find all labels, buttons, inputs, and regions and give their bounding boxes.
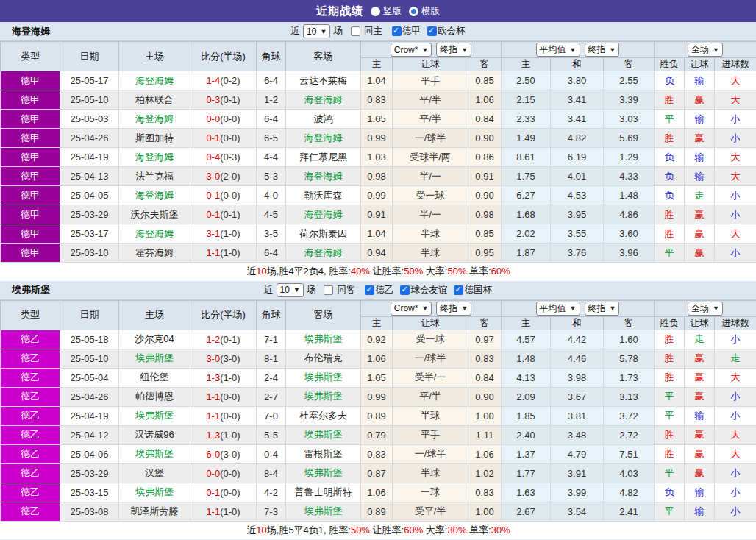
match-row: 德甲25-05-03海登海姆0-0(0-0)6-4波鸿1.05平/半0.842.… xyxy=(1,110,756,129)
away-team-link[interactable]: 海登海姆 xyxy=(286,244,361,263)
score-cell: 1-4(0-2) xyxy=(190,71,257,90)
away-team-link[interactable]: 荷尔斯泰因 xyxy=(286,224,361,244)
average-time-select[interactable]: 终指▼ xyxy=(585,302,620,316)
home-team-link[interactable]: 海登海姆 xyxy=(119,186,190,205)
odds-away: 0.90 xyxy=(468,186,502,205)
away-team-link[interactable]: 杜塞尔多夫 xyxy=(286,406,361,425)
away-team-link[interactable]: 勒沃库森 xyxy=(286,186,361,205)
halftime-score: (2-0) xyxy=(220,171,240,182)
match-count-select[interactable]: 10 ▼ xyxy=(303,24,330,38)
match-row: 德甲25-05-10柏林联合0-3(0-1)1-2海登海姆0.83平/半1.06… xyxy=(1,90,756,110)
avg-draw: 6.19 xyxy=(551,148,604,167)
home-team-link[interactable]: 埃弗斯堡 xyxy=(119,444,190,463)
home-team-link[interactable]: 纽伦堡 xyxy=(119,368,190,387)
away-team-link[interactable]: 拜仁慕尼黑 xyxy=(286,148,361,167)
home-team-link[interactable]: 汉堡 xyxy=(119,463,190,483)
odds-time-select[interactable]: 终指▼ xyxy=(436,43,471,57)
home-team-link[interactable]: 埃弗斯堡 xyxy=(119,406,190,425)
bookmaker-select[interactable]: Crow*▼ xyxy=(391,302,432,316)
score-cell: 1-2(0-1) xyxy=(190,330,257,349)
result-goals: 大 xyxy=(715,444,756,463)
league-checkbox-label: 欧会杯 xyxy=(438,25,466,38)
away-team-link[interactable]: 埃弗斯堡 xyxy=(286,387,361,406)
league-checkbox[interactable] xyxy=(454,285,463,295)
same-venue-checkbox[interactable] xyxy=(351,26,360,36)
avg-draw: 3.67 xyxy=(551,387,604,406)
fulltime-select[interactable]: 全场▼ xyxy=(688,302,723,316)
chevron-down-icon: ▼ xyxy=(570,46,577,54)
fulltime-select[interactable]: 全场▼ xyxy=(688,43,723,57)
home-team-link[interactable]: 汉诺威96 xyxy=(119,425,190,444)
fulltime-score: 0-0 xyxy=(206,468,220,479)
summary-segment: 场,胜4平2负4, 胜率: xyxy=(267,266,351,277)
summary-segment: 让胜率: xyxy=(370,266,404,277)
match-count-select[interactable]: 10 ▼ xyxy=(277,283,304,297)
halftime-score: (1-0) xyxy=(220,247,240,258)
home-team-link[interactable]: 海登海姆 xyxy=(119,224,190,244)
bookmaker-select[interactable]: Crow*▼ xyxy=(391,43,432,57)
away-team-link[interactable]: 普鲁士明斯特 xyxy=(286,483,361,502)
away-team-link[interactable]: 埃弗斯堡 xyxy=(286,330,361,349)
away-team-link[interactable]: 雷根斯堡 xyxy=(286,444,361,463)
score-cell: 3-1(1-0) xyxy=(190,224,257,244)
league-checkbox[interactable] xyxy=(392,26,402,36)
away-team-link[interactable]: 云达不莱梅 xyxy=(286,71,361,90)
radio-horizontal-option[interactable]: 横版 xyxy=(409,5,440,18)
summary-segment: 30% xyxy=(447,525,466,536)
summary-segment: 50% xyxy=(351,525,370,536)
league-badge: 德乙 xyxy=(1,368,60,387)
away-team-link[interactable]: 海登海姆 xyxy=(286,129,361,148)
sub-col-handicap-result: 让球 xyxy=(685,58,715,71)
average-select[interactable]: 平均值▼ xyxy=(536,302,580,316)
average-select[interactable]: 平均值▼ xyxy=(536,43,580,57)
away-team-link[interactable]: 波鸿 xyxy=(286,110,361,129)
home-team-link[interactable]: 海登海姆 xyxy=(119,148,190,167)
match-row: 德乙25-04-12汉诺威961-3(1-0)5-5埃弗斯堡0.79平手1.11… xyxy=(1,425,756,444)
league-checkbox[interactable] xyxy=(400,285,410,295)
odds-home: 0.99 xyxy=(361,387,393,406)
home-team-link[interactable]: 沃尔夫斯堡 xyxy=(119,205,190,224)
away-team-link[interactable]: 布伦瑞克 xyxy=(286,349,361,368)
away-team-link[interactable]: 埃弗斯堡 xyxy=(286,502,361,521)
corner-score: 8-4 xyxy=(257,463,286,483)
league-checkbox-label: 球会友谊 xyxy=(410,284,447,296)
away-team-link[interactable]: 埃弗斯堡 xyxy=(286,425,361,444)
avg-home: 2.09 xyxy=(502,387,551,406)
home-team-link[interactable]: 埃弗斯堡 xyxy=(119,483,190,502)
home-team-link[interactable]: 柏林联合 xyxy=(119,90,190,110)
away-team-link[interactable]: 海登海姆 xyxy=(286,90,361,110)
result-handicap: 赢 xyxy=(685,129,715,148)
home-team-link[interactable]: 凯泽斯劳滕 xyxy=(119,502,190,521)
section-header-heidenheim: 海登海姆 近 10 ▼ 场 同主 德甲欧会杯 xyxy=(0,22,756,41)
home-team-link[interactable]: 帕德博恩 xyxy=(119,387,190,406)
match-row: 德乙25-04-06埃弗斯堡6-0(3-0)0-4雷根斯堡0.83一/球半1.0… xyxy=(1,444,756,463)
league-checkbox[interactable] xyxy=(365,285,374,295)
radio-vertical-option[interactable]: 竖版 xyxy=(371,5,402,18)
same-venue-checkbox[interactable] xyxy=(324,285,333,295)
radio-vertical-icon[interactable] xyxy=(371,7,380,16)
avg-draw: 3.41 xyxy=(551,110,604,129)
away-team-link[interactable]: 海登海姆 xyxy=(286,167,361,186)
away-team-link[interactable]: 埃弗斯堡 xyxy=(286,463,361,483)
home-team-link[interactable]: 法兰克福 xyxy=(119,167,190,186)
avg-away: 3.03 xyxy=(604,110,655,129)
away-team-link[interactable]: 埃弗斯堡 xyxy=(286,368,361,387)
result-handicap: 赢 xyxy=(685,444,715,463)
radio-horizontal-icon[interactable] xyxy=(409,7,418,16)
home-team-link[interactable]: 海登海姆 xyxy=(119,110,190,129)
home-team-link[interactable]: 沙尔克04 xyxy=(119,330,190,349)
corner-score: 6-4 xyxy=(257,110,286,129)
handicap-line: 一/球半 xyxy=(393,129,468,148)
col-corner: 角球 xyxy=(257,42,286,71)
chevron-down-icon: ▼ xyxy=(293,286,300,294)
home-team-link[interactable]: 霍芬海姆 xyxy=(119,244,190,263)
home-team-link[interactable]: 海登海姆 xyxy=(119,71,190,90)
league-checkbox[interactable] xyxy=(427,26,437,36)
average-time-select[interactable]: 终指▼ xyxy=(585,43,620,57)
sub-col-goals: 进球数 xyxy=(715,316,756,330)
home-team-link[interactable]: 埃弗斯堡 xyxy=(119,349,190,368)
odds-time-select[interactable]: 终指▼ xyxy=(436,302,471,316)
away-team-link[interactable]: 海登海姆 xyxy=(286,205,361,224)
home-team-link[interactable]: 斯图加特 xyxy=(119,129,190,148)
result-handicap: 赢 xyxy=(685,463,715,483)
